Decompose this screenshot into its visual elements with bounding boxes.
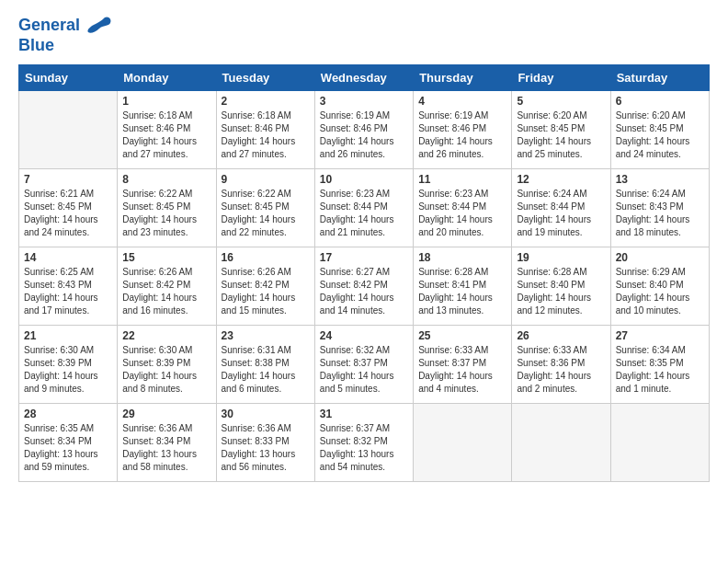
- header-row: SundayMondayTuesdayWednesdayThursdayFrid…: [19, 64, 710, 90]
- day-number: 21: [24, 329, 112, 342]
- calendar-cell: 29Sunrise: 6:36 AM Sunset: 8:34 PM Dayli…: [118, 403, 216, 481]
- calendar-cell: 11Sunrise: 6:23 AM Sunset: 8:44 PM Dayli…: [414, 168, 512, 247]
- day-number: 15: [122, 251, 210, 264]
- calendar-cell: 19Sunrise: 6:28 AM Sunset: 8:40 PM Dayli…: [512, 247, 610, 325]
- calendar-cell: 31Sunrise: 6:37 AM Sunset: 8:32 PM Dayli…: [314, 403, 413, 481]
- day-number: 17: [320, 251, 408, 264]
- cell-content: Sunrise: 6:21 AM Sunset: 8:45 PM Dayligh…: [24, 188, 112, 239]
- day-number: 31: [320, 408, 408, 420]
- cell-content: Sunrise: 6:35 AM Sunset: 8:34 PM Dayligh…: [24, 422, 112, 474]
- cell-content: Sunrise: 6:19 AM Sunset: 8:46 PM Dayligh…: [418, 109, 506, 161]
- week-row-5: 28Sunrise: 6:35 AM Sunset: 8:34 PM Dayli…: [19, 403, 710, 481]
- calendar-cell: [414, 403, 512, 481]
- day-number: 4: [418, 95, 506, 108]
- calendar-cell: 2Sunrise: 6:18 AM Sunset: 8:46 PM Daylig…: [216, 90, 314, 168]
- day-number: 12: [517, 173, 605, 186]
- calendar-cell: 28Sunrise: 6:35 AM Sunset: 8:34 PM Dayli…: [19, 403, 118, 481]
- day-number: 22: [122, 329, 210, 342]
- calendar-cell: 14Sunrise: 6:25 AM Sunset: 8:43 PM Dayli…: [19, 247, 118, 325]
- calendar-cell: 17Sunrise: 6:27 AM Sunset: 8:42 PM Dayli…: [314, 247, 413, 325]
- cell-content: Sunrise: 6:24 AM Sunset: 8:43 PM Dayligh…: [616, 188, 704, 239]
- day-number: 27: [616, 329, 704, 342]
- calendar-cell: 25Sunrise: 6:33 AM Sunset: 8:37 PM Dayli…: [414, 325, 512, 403]
- cell-content: Sunrise: 6:33 AM Sunset: 8:36 PM Dayligh…: [517, 344, 605, 396]
- calendar-cell: 15Sunrise: 6:26 AM Sunset: 8:42 PM Dayli…: [118, 247, 216, 325]
- day-number: 25: [418, 329, 506, 342]
- cell-content: Sunrise: 6:30 AM Sunset: 8:39 PM Dayligh…: [24, 344, 112, 396]
- cell-content: Sunrise: 6:23 AM Sunset: 8:44 PM Dayligh…: [418, 188, 506, 239]
- cell-content: Sunrise: 6:19 AM Sunset: 8:46 PM Dayligh…: [320, 109, 408, 161]
- calendar-cell: 9Sunrise: 6:22 AM Sunset: 8:45 PM Daylig…: [216, 168, 314, 247]
- logo-blue: Blue: [18, 37, 112, 55]
- cell-content: Sunrise: 6:25 AM Sunset: 8:43 PM Dayligh…: [24, 266, 112, 317]
- day-number: 10: [320, 173, 408, 186]
- header-cell-wednesday: Wednesday: [314, 64, 413, 90]
- header-cell-saturday: Saturday: [610, 64, 709, 90]
- day-number: 30: [222, 408, 310, 420]
- day-number: 11: [418, 173, 506, 186]
- header: General Blue: [18, 15, 710, 55]
- day-number: 26: [517, 329, 605, 342]
- cell-content: Sunrise: 6:28 AM Sunset: 8:40 PM Dayligh…: [517, 266, 605, 317]
- cell-content: Sunrise: 6:28 AM Sunset: 8:41 PM Dayligh…: [418, 266, 506, 317]
- calendar-cell: 13Sunrise: 6:24 AM Sunset: 8:43 PM Dayli…: [610, 168, 709, 247]
- day-number: 8: [122, 173, 210, 186]
- calendar-cell: 21Sunrise: 6:30 AM Sunset: 8:39 PM Dayli…: [19, 325, 118, 403]
- cell-content: Sunrise: 6:36 AM Sunset: 8:33 PM Dayligh…: [222, 422, 310, 474]
- cell-content: Sunrise: 6:31 AM Sunset: 8:38 PM Dayligh…: [222, 344, 310, 396]
- day-number: 20: [616, 251, 704, 264]
- cell-content: Sunrise: 6:23 AM Sunset: 8:44 PM Dayligh…: [320, 188, 408, 239]
- cell-content: Sunrise: 6:24 AM Sunset: 8:44 PM Dayligh…: [517, 188, 605, 239]
- cell-content: Sunrise: 6:18 AM Sunset: 8:46 PM Dayligh…: [122, 109, 210, 161]
- calendar-cell: 30Sunrise: 6:36 AM Sunset: 8:33 PM Dayli…: [216, 403, 314, 481]
- calendar-cell: 18Sunrise: 6:28 AM Sunset: 8:41 PM Dayli…: [414, 247, 512, 325]
- calendar-cell: 7Sunrise: 6:21 AM Sunset: 8:45 PM Daylig…: [19, 168, 118, 247]
- week-row-4: 21Sunrise: 6:30 AM Sunset: 8:39 PM Dayli…: [19, 325, 710, 403]
- calendar-cell: 8Sunrise: 6:22 AM Sunset: 8:45 PM Daylig…: [118, 168, 216, 247]
- logo: General Blue: [18, 15, 112, 55]
- cell-content: Sunrise: 6:37 AM Sunset: 8:32 PM Dayligh…: [320, 422, 408, 474]
- header-cell-monday: Monday: [118, 64, 216, 90]
- calendar-cell: [610, 403, 709, 481]
- calendar-cell: 5Sunrise: 6:20 AM Sunset: 8:45 PM Daylig…: [512, 90, 610, 168]
- day-number: 24: [320, 329, 408, 342]
- week-row-1: 1Sunrise: 6:18 AM Sunset: 8:46 PM Daylig…: [19, 90, 710, 168]
- day-number: 5: [517, 95, 605, 108]
- cell-content: Sunrise: 6:36 AM Sunset: 8:34 PM Dayligh…: [122, 422, 210, 474]
- calendar-cell: 26Sunrise: 6:33 AM Sunset: 8:36 PM Dayli…: [512, 325, 610, 403]
- calendar-cell: [19, 90, 118, 168]
- cell-content: Sunrise: 6:20 AM Sunset: 8:45 PM Dayligh…: [517, 109, 605, 161]
- day-number: 14: [24, 251, 112, 264]
- day-number: 28: [24, 408, 112, 420]
- day-number: 9: [222, 173, 310, 186]
- day-number: 18: [418, 251, 506, 264]
- calendar-cell: 16Sunrise: 6:26 AM Sunset: 8:42 PM Dayli…: [216, 247, 314, 325]
- header-cell-friday: Friday: [512, 64, 610, 90]
- calendar-cell: 27Sunrise: 6:34 AM Sunset: 8:35 PM Dayli…: [610, 325, 709, 403]
- logo-general: General: [18, 16, 80, 34]
- calendar-cell: 3Sunrise: 6:19 AM Sunset: 8:46 PM Daylig…: [314, 90, 413, 168]
- header-cell-thursday: Thursday: [414, 64, 512, 90]
- cell-content: Sunrise: 6:20 AM Sunset: 8:45 PM Dayligh…: [616, 109, 704, 161]
- day-number: 7: [24, 173, 112, 186]
- cell-content: Sunrise: 6:22 AM Sunset: 8:45 PM Dayligh…: [122, 188, 210, 239]
- calendar-cell: 12Sunrise: 6:24 AM Sunset: 8:44 PM Dayli…: [512, 168, 610, 247]
- cell-content: Sunrise: 6:30 AM Sunset: 8:39 PM Dayligh…: [122, 344, 210, 396]
- logo-bird-icon: [86, 15, 112, 37]
- cell-content: Sunrise: 6:29 AM Sunset: 8:40 PM Dayligh…: [616, 266, 704, 317]
- cell-content: Sunrise: 6:22 AM Sunset: 8:45 PM Dayligh…: [222, 188, 310, 239]
- header-cell-sunday: Sunday: [19, 64, 118, 90]
- day-number: 6: [616, 95, 704, 108]
- calendar-table: SundayMondayTuesdayWednesdayThursdayFrid…: [18, 64, 710, 482]
- calendar-header: SundayMondayTuesdayWednesdayThursdayFrid…: [19, 64, 710, 90]
- day-number: 1: [122, 95, 210, 108]
- day-number: 19: [517, 251, 605, 264]
- cell-content: Sunrise: 6:26 AM Sunset: 8:42 PM Dayligh…: [122, 266, 210, 317]
- calendar-cell: 24Sunrise: 6:32 AM Sunset: 8:37 PM Dayli…: [314, 325, 413, 403]
- calendar-cell: [512, 403, 610, 481]
- day-number: 13: [616, 173, 704, 186]
- cell-content: Sunrise: 6:27 AM Sunset: 8:42 PM Dayligh…: [320, 266, 408, 317]
- day-number: 29: [122, 408, 210, 420]
- header-cell-tuesday: Tuesday: [216, 64, 314, 90]
- calendar-cell: 22Sunrise: 6:30 AM Sunset: 8:39 PM Dayli…: [118, 325, 216, 403]
